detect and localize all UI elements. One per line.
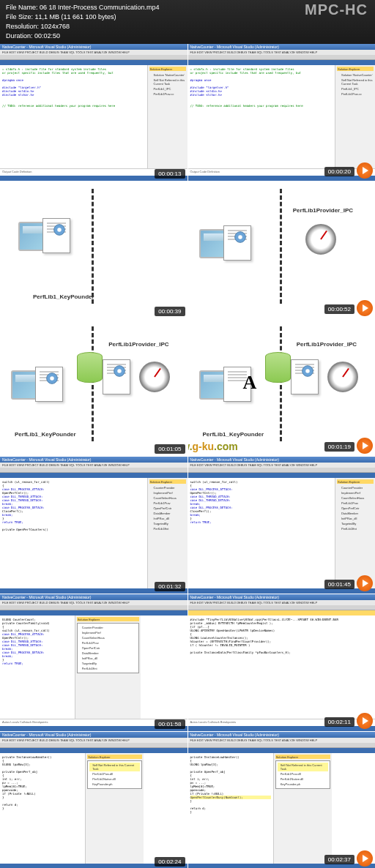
gear-icon <box>51 222 67 238</box>
gear-icon <box>44 370 60 386</box>
gear-icon <box>232 229 248 245</box>
timestamp: 00:01:58 <box>155 719 185 729</box>
vs-tabbar <box>0 60 188 65</box>
timestamp: 00:00:39 <box>155 307 185 316</box>
player-header: MPC-HC File Name: 06 18 Inter-Process Co… <box>0 0 375 44</box>
diagram-label: PerfLib1_KeyPounder <box>33 293 94 300</box>
timestamp: 00:02:11 <box>324 717 354 727</box>
diagram-label-kp: PerfLib1_KeyPounder <box>15 431 76 438</box>
letter-a: A <box>243 372 257 394</box>
svg-point-3 <box>238 235 242 239</box>
diagram-label-ipc: PerfLib1Provider_IPC <box>297 341 357 348</box>
filesize-value: 11,1 MB (11 661 100 bytes) <box>35 13 116 20</box>
solution-explorer: Solution Explorer Solution 'NativeCounte… <box>147 65 188 168</box>
gear-icon <box>300 363 316 379</box>
gear-icon <box>111 363 127 379</box>
timestamp: 00:01:45 <box>324 580 354 589</box>
play-icon[interactable] <box>357 713 373 729</box>
play-icon[interactable] <box>357 438 373 454</box>
vs-titlebar: NativeCounter - Microsoft Visual Studio … <box>0 44 188 50</box>
app-title: MPC-HC <box>305 1 368 18</box>
thumbnail-12[interactable]: NativeCounter - Microsoft Visual Studio … <box>188 732 376 868</box>
timestamp: 00:00:52 <box>324 304 354 314</box>
diagram-label-ipc: PerfLib1Provider_IPC <box>108 341 168 348</box>
svg-point-7 <box>117 369 122 373</box>
timestamp: 00:02:24 <box>155 857 185 867</box>
duration-value: 00:02:50 <box>34 32 60 40</box>
svg-point-5 <box>50 376 54 381</box>
thumbnail-2[interactable]: NativeCounter - Microsoft Visual Studio … <box>188 44 376 181</box>
thumbnail-10[interactable]: NativeCounter - Microsoft Visual Studio … <box>188 594 376 731</box>
timestamp: 00:01:05 <box>155 444 185 454</box>
play-icon[interactable] <box>357 300 373 316</box>
thumbnail-6[interactable]: A PerfLib1Provider_IPC PerfLib1_KeyPound… <box>188 319 376 456</box>
gauge-icon <box>139 362 170 392</box>
resolution-label: Resolution: <box>6 23 39 30</box>
duration-label: Duration: <box>6 32 33 40</box>
thumbnail-11[interactable]: NativeCounter - Microsoft Visual Studio … <box>0 732 188 868</box>
thumbnail-grid: NativeCounter - Microsoft Visual Studio … <box>0 44 375 868</box>
svg-point-1 <box>57 228 62 232</box>
timestamp: 00:00:13 <box>155 169 185 179</box>
cylinder-icon <box>77 352 103 383</box>
timestamp: 00:00:20 <box>324 167 354 176</box>
vs-menubar: FILE EDIT VIEW PROJECT BUILD DEBUG TEAM … <box>0 50 188 55</box>
thumbnail-9[interactable]: NativeCounter - Microsoft Visual Studio … <box>0 594 188 731</box>
play-icon[interactable] <box>357 162 373 179</box>
gauge-icon <box>327 362 358 392</box>
timestamp: 00:02:37 <box>324 855 354 864</box>
play-icon[interactable] <box>357 575 373 591</box>
vs-editor: = stdafx.h : include file for standard s… <box>0 65 147 168</box>
timestamp: 00:01:19 <box>324 442 354 452</box>
vs-toolbar <box>0 55 188 60</box>
timestamp: 00:01:32 <box>155 582 185 591</box>
thumbnail-5[interactable]: PerfLib1Provider_IPC PerfLib1_KeyPounder… <box>0 319 188 456</box>
filesize-label: File Size: <box>6 13 33 20</box>
play-icon[interactable] <box>357 850 373 867</box>
filename-value: 06 18 Inter-Process Communication.mp4 <box>40 4 160 11</box>
thumbnail-7[interactable]: NativeCounter - Microsoft Visual Studio … <box>0 457 188 594</box>
gauge-icon <box>305 224 336 255</box>
resolution-value: 1024x768 <box>41 23 70 30</box>
thumbnail-8[interactable]: NativeCounter - Microsoft Visual Studio … <box>188 457 376 594</box>
filename-label: File Name: <box>6 4 38 11</box>
diagram-label-kp: PerfLib1_KeyPounder <box>203 431 264 438</box>
thumbnail-4[interactable]: PerfLib1Provider_IPC 00:00:52 <box>188 182 376 318</box>
cylinder-icon <box>265 352 291 383</box>
thumbnail-1[interactable]: NativeCounter - Microsoft Visual Studio … <box>0 44 188 181</box>
svg-point-9 <box>305 369 310 373</box>
watermark: www.g-ku.com <box>188 441 238 452</box>
thumbnail-3[interactable]: PerfLib1_KeyPounder 00:00:39 <box>0 182 188 318</box>
diagram-label-ipc: PerfLib1Provider_IPC <box>293 207 353 214</box>
